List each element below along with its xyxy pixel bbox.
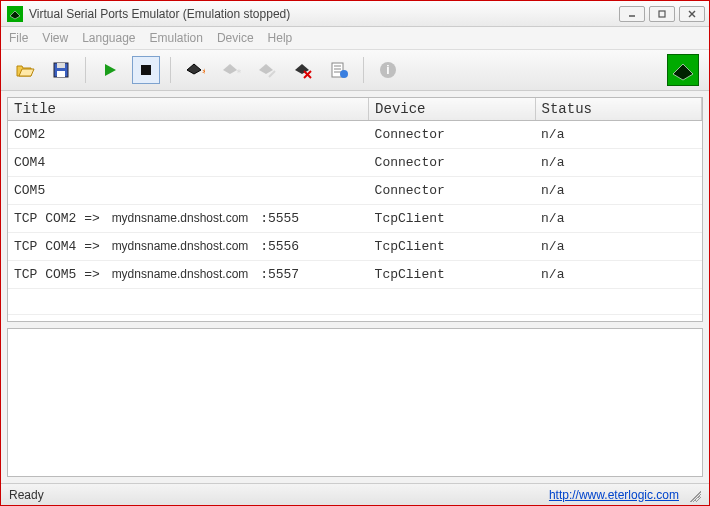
menu-view[interactable]: View [42, 31, 68, 45]
device-disabled-2 [253, 56, 281, 84]
cell-status: n/a [535, 233, 701, 261]
device-table[interactable]: Title Device Status COM2Connectorn/aCOM4… [7, 97, 703, 322]
table-row[interactable]: COM5Connectorn/a [8, 177, 702, 205]
col-title[interactable]: Title [8, 98, 369, 121]
logo-icon [667, 54, 699, 86]
minimize-button[interactable] [619, 6, 645, 22]
svg-rect-9 [141, 65, 151, 75]
cell-device: Connector [369, 149, 535, 177]
svg-rect-7 [57, 71, 65, 77]
menubar: File View Language Emulation Device Help [1, 27, 709, 49]
table-row[interactable]: COM4Connectorn/a [8, 149, 702, 177]
svg-text:＊: ＊ [199, 66, 205, 80]
col-status[interactable]: Status [535, 98, 701, 121]
log-pane[interactable] [7, 328, 703, 477]
svg-rect-6 [57, 63, 65, 68]
delete-device-button[interactable] [289, 56, 317, 84]
menu-file[interactable]: File [9, 31, 28, 45]
svg-marker-14 [259, 64, 273, 74]
svg-line-15 [269, 71, 275, 77]
svg-marker-0 [10, 11, 20, 19]
table-row[interactable]: TCP COM5 => mydnsname.dnshost.com :5557T… [8, 261, 702, 289]
close-button[interactable] [679, 6, 705, 22]
cell-title: COM4 [8, 149, 369, 177]
table-row-empty [8, 315, 702, 323]
cell-title: TCP COM2 => mydnsname.dnshost.com :5555 [8, 205, 369, 233]
cell-status: n/a [535, 205, 701, 233]
statusbar: Ready http://www.eterlogic.com [1, 483, 709, 505]
save-button[interactable] [47, 56, 75, 84]
table-row-empty [8, 289, 702, 315]
menu-help[interactable]: Help [268, 31, 293, 45]
cell-device: TcpClient [369, 261, 535, 289]
stop-button[interactable] [132, 56, 160, 84]
toolbar: ＊ ＊ i [1, 49, 709, 91]
window-title: Virtual Serial Ports Emulator (Emulation… [29, 7, 290, 21]
properties-button[interactable] [325, 56, 353, 84]
cell-device: TcpClient [369, 205, 535, 233]
cell-status: n/a [535, 149, 701, 177]
maximize-button[interactable] [649, 6, 675, 22]
table-row[interactable]: TCP COM4 => mydnsname.dnshost.com :5556T… [8, 233, 702, 261]
website-link[interactable]: http://www.eterlogic.com [549, 488, 679, 502]
menu-device[interactable]: Device [217, 31, 254, 45]
table-header-row: Title Device Status [8, 98, 702, 121]
device-disabled-1: ＊ [217, 56, 245, 84]
menu-emulation[interactable]: Emulation [150, 31, 203, 45]
svg-rect-2 [659, 11, 665, 17]
svg-point-23 [340, 70, 348, 78]
open-button[interactable] [11, 56, 39, 84]
table-row[interactable]: COM2Connectorn/a [8, 121, 702, 149]
cell-status: n/a [535, 177, 701, 205]
svg-marker-8 [105, 64, 116, 76]
cell-title: TCP COM4 => mydnsname.dnshost.com :5556 [8, 233, 369, 261]
cell-title: TCP COM5 => mydnsname.dnshost.com :5557 [8, 261, 369, 289]
svg-marker-26 [673, 64, 693, 80]
info-button[interactable]: i [374, 56, 402, 84]
svg-text:＊: ＊ [234, 67, 241, 78]
new-device-button[interactable]: ＊ [181, 56, 209, 84]
app-window: Virtual Serial Ports Emulator (Emulation… [0, 0, 710, 506]
cell-status: n/a [535, 261, 701, 289]
cell-device: TcpClient [369, 233, 535, 261]
col-device[interactable]: Device [369, 98, 535, 121]
status-text: Ready [9, 488, 44, 502]
content-area: Title Device Status COM2Connectorn/aCOM4… [1, 91, 709, 483]
cell-title: COM5 [8, 177, 369, 205]
menu-language[interactable]: Language [82, 31, 135, 45]
app-icon [7, 6, 23, 22]
titlebar: Virtual Serial Ports Emulator (Emulation… [1, 1, 709, 27]
table-row[interactable]: TCP COM2 => mydnsname.dnshost.com :5555T… [8, 205, 702, 233]
cell-status: n/a [535, 121, 701, 149]
svg-text:i: i [386, 63, 389, 77]
resize-grip[interactable] [687, 488, 701, 502]
start-button[interactable] [96, 56, 124, 84]
cell-title: COM2 [8, 121, 369, 149]
cell-device: Connector [369, 121, 535, 149]
cell-device: Connector [369, 177, 535, 205]
